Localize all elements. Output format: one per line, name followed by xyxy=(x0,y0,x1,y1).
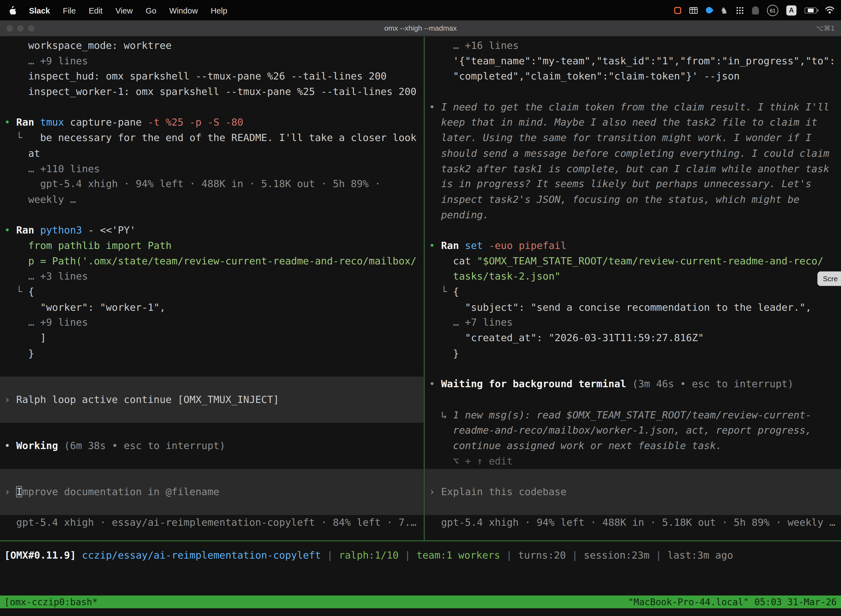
tmux-session-info: [omx-cczip0:bash* xyxy=(4,597,98,607)
tmux-host-time: "MacBook-Pro-44.local" 05:03 31-Mar-26 xyxy=(628,597,837,607)
menu-go[interactable]: Go xyxy=(146,6,157,15)
menu-file[interactable]: File xyxy=(63,6,76,15)
terminal-line: from pathlib import Path xyxy=(0,238,424,254)
terminal-line: ⌥ + ↑ edit xyxy=(425,454,841,469)
menu-help[interactable]: Help xyxy=(211,6,227,15)
apple-menu-icon[interactable] xyxy=(9,6,16,15)
battery-percent-value: 61 xyxy=(770,7,776,13)
terminal-line: "created_at": "2026-03-31T11:59:27.816Z" xyxy=(425,331,841,346)
terminal-line: '{"team_name":"my-team","task_id":"1","f… xyxy=(425,54,841,69)
terminal-line: gpt-5.4 xhigh · 94% left · 488K in · 5.1… xyxy=(0,177,424,192)
terminal-line: workspace_mode: worktree xyxy=(0,38,424,54)
terminal-line: └ { xyxy=(0,284,424,300)
input-source-icon[interactable]: A xyxy=(786,5,797,15)
terminal-line: gpt-5.4 xhigh · essay/ai-reimplementatio… xyxy=(0,515,424,531)
terminal-line: at xyxy=(0,146,424,161)
droplet-icon[interactable] xyxy=(706,7,712,13)
tmux-pane-left[interactable]: workspace_mode: worktree … +9 lines insp… xyxy=(0,37,425,540)
terminal-line xyxy=(425,223,841,238)
tmux-panes: workspace_mode: worktree … +9 lines insp… xyxy=(0,37,841,540)
terminal-line: • Ran python3 - <<'PY' xyxy=(0,223,424,238)
terminal-line: readme-and-reco/mailbox/worker-1.json, a… xyxy=(425,423,841,438)
terminal-line: tasks/task-2.json" xyxy=(425,269,841,285)
terminal-line: } xyxy=(425,346,841,361)
battery-percent-badge[interactable]: 61 xyxy=(767,5,778,16)
menu-window[interactable]: Window xyxy=(169,6,198,15)
terminal-line: cat "$OMX_TEAM_STATE_ROOT/team/review-cu… xyxy=(425,254,841,269)
terminal-line: └ be necessary for the end of the README… xyxy=(0,131,424,146)
terminal-line: "worker": "worker-1", xyxy=(0,300,424,315)
knight-icon[interactable]: ♞ xyxy=(720,5,728,15)
menu-items: FileEditViewGoWindowHelp xyxy=(63,6,227,15)
screen-notification-overlay[interactable]: Scre xyxy=(818,271,841,286)
close-button[interactable] xyxy=(6,25,13,31)
input-source-letter: A xyxy=(789,6,794,14)
terminal-line: … +7 lines xyxy=(425,315,841,331)
terminal-line xyxy=(0,361,424,377)
terminal-line xyxy=(0,423,424,438)
window-bottom-strip xyxy=(0,608,841,616)
terminal-line: weekly … xyxy=(0,192,424,208)
terminal-line: continue assigned work or next feasible … xyxy=(425,438,841,454)
terminal-line: should send a message before completing … xyxy=(425,146,841,161)
terminal-line: inspect_hud: omx sparkshell --tmux-pane … xyxy=(0,69,424,84)
window-shortcut: ⌥⌘1 xyxy=(816,24,834,32)
battery-icon[interactable] xyxy=(804,7,817,13)
window-title: omx --xhigh --madmax xyxy=(0,24,841,32)
grid-icon[interactable] xyxy=(689,7,697,13)
terminal-line: • Ran set -euo pipefail xyxy=(425,238,841,254)
desktop: Slack FileEditViewGoWindowHelp ♞ 61 A xyxy=(0,0,841,616)
terminal-line: ↳ 1 new msg(s): read $OMX_TEAM_STATE_ROO… xyxy=(425,407,841,423)
menu-bar-status-icons: ♞ 61 A xyxy=(674,5,835,16)
omx-status-line: [OMX#0.11.9] cczip/essay/ai-reimplementa… xyxy=(0,548,841,563)
terminal-line: └ { xyxy=(425,284,841,300)
traffic-lights xyxy=(6,25,34,31)
terminal-line: later. Using the same for transition mig… xyxy=(425,131,841,146)
terminal-line: "subject": "send a concise recommendatio… xyxy=(425,300,841,315)
minimize-button[interactable] xyxy=(17,25,23,31)
terminal-line: • Ran tmux capture-pane -t %25 -p -S -80 xyxy=(0,115,424,131)
terminal-line: task2 after task1 is complete, but can I… xyxy=(425,161,841,177)
omx-hud-pane: [OMX#0.11.9] cczip/essay/ai-reimplementa… xyxy=(0,540,841,595)
tmux-status-bar: [omx-cczip0:bash* "MacBook-Pro-44.local"… xyxy=(0,595,841,609)
terminal-line: … +110 lines xyxy=(0,161,424,177)
terminal-line: ] xyxy=(0,331,424,346)
title-bar[interactable]: omx --xhigh --madmax ⌥⌘1 xyxy=(0,21,841,37)
terminal-line: • I need to get the claim token from the… xyxy=(425,100,841,115)
composer-input[interactable]: › Improve documentation in @filename xyxy=(0,469,424,515)
terminal-line: … +9 lines xyxy=(0,315,424,331)
screen-recording-icon[interactable] xyxy=(674,7,681,13)
terminal-line: p = Path('.omx/state/team/review-current… xyxy=(0,254,424,269)
terminal-line: … +9 lines xyxy=(0,54,424,69)
terminal-line: inspect task2's JSON, focusing on the st… xyxy=(425,192,841,208)
queued-message[interactable]: › Ralph loop active continue [OMX_TMUX_I… xyxy=(0,377,424,423)
wifi-icon[interactable] xyxy=(825,6,835,14)
menu-bar: Slack FileEditViewGoWindowHelp ♞ 61 A xyxy=(0,0,841,21)
ghost-icon[interactable] xyxy=(752,6,759,14)
menu-bar-left: Slack FileEditViewGoWindowHelp xyxy=(9,6,227,15)
terminal-line: inspect_worker-1: omx sparkshell --tmux-… xyxy=(0,84,424,100)
terminal-line xyxy=(425,84,841,100)
tmux-pane-right[interactable]: … +16 lines '{"team_name":"my-team","tas… xyxy=(425,37,841,540)
terminal-line: … +3 lines xyxy=(0,269,424,285)
terminal-window: omx --xhigh --madmax ⌥⌘1 workspace_mode:… xyxy=(0,21,841,616)
terminal-line: } xyxy=(0,346,424,361)
terminal-line: "completed","claim_token":"claim-token"}… xyxy=(425,69,841,84)
zoom-button[interactable] xyxy=(28,25,34,31)
composer-input[interactable]: › Explain this codebase xyxy=(425,469,841,515)
menu-edit[interactable]: Edit xyxy=(89,6,103,15)
terminal-line: is in progress? It seems likely but perh… xyxy=(425,177,841,192)
terminal-line: keep that in mind. Maybe I also need the… xyxy=(425,115,841,131)
terminal-line: • Working (6m 38s • esc to interrupt) xyxy=(0,438,424,454)
terminal-line: • Waiting for background terminal (3m 46… xyxy=(425,377,841,392)
menu-view[interactable]: View xyxy=(115,6,133,15)
terminal-line: … +16 lines xyxy=(425,38,841,54)
terminal-line: pending. xyxy=(425,207,841,223)
terminal-line xyxy=(0,100,424,115)
apps-grid-icon[interactable] xyxy=(736,6,744,14)
app-menu-slack[interactable]: Slack xyxy=(29,6,50,15)
terminal-line xyxy=(0,454,424,469)
terminal-line xyxy=(425,361,841,377)
terminal-line xyxy=(0,207,424,223)
terminal-line xyxy=(425,392,841,408)
